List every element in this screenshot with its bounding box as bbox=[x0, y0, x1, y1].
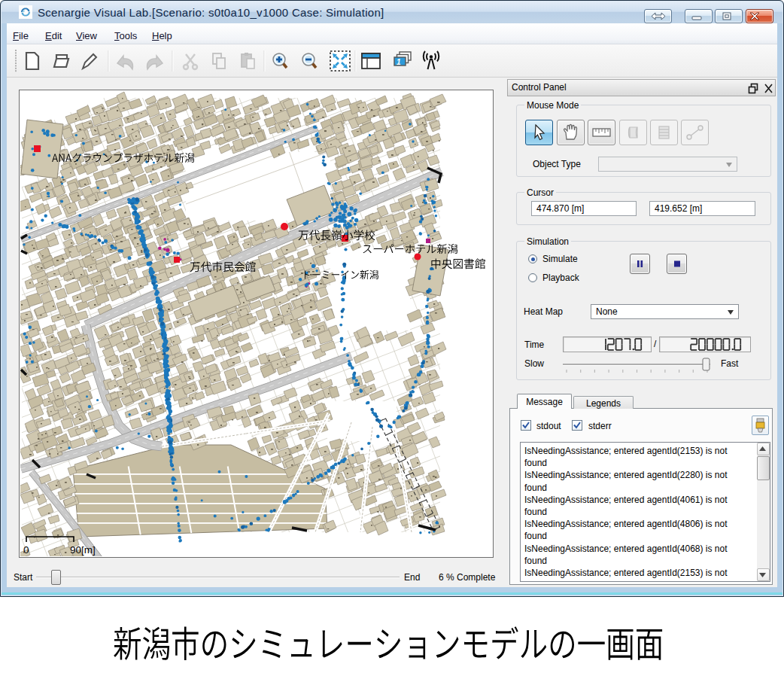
svg-text:1: 1 bbox=[397, 58, 401, 66]
svg-text:0: 0 bbox=[23, 544, 29, 556]
svg-text:90[m]: 90[m] bbox=[70, 544, 96, 556]
